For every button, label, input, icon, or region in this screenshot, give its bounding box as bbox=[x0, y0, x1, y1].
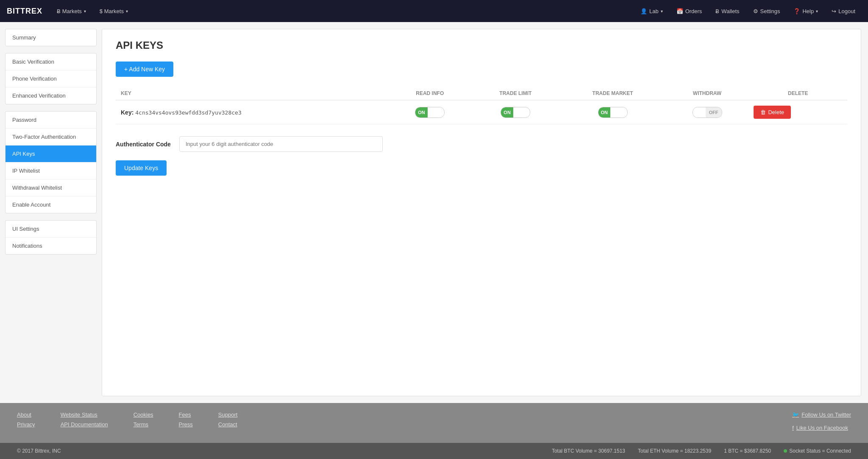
copyright: © 2017 Bittrex, INC bbox=[17, 448, 61, 454]
footer-col-support: Support Contact bbox=[218, 411, 238, 434]
withdraw-cell: OFF bbox=[666, 100, 749, 124]
read-info-cell: ON bbox=[388, 100, 471, 124]
delete-button[interactable]: 🗑 Delete bbox=[754, 106, 791, 119]
nav-logout[interactable]: ↪ Logout bbox=[826, 5, 861, 18]
help-icon: ❓ bbox=[793, 8, 800, 14]
table-header: KEY READ INFO TRADE LIMIT TRADE MARKET W… bbox=[116, 87, 847, 100]
footer-link-website-status[interactable]: Website Status bbox=[61, 411, 108, 418]
lab-icon: 👤 bbox=[640, 8, 647, 14]
sidebar: Summary Basic Verification Phone Verific… bbox=[0, 22, 102, 403]
nav-settings[interactable]: ⚙ Settings bbox=[747, 5, 786, 18]
footer-link-terms[interactable]: Terms bbox=[134, 421, 153, 428]
help-caret: ▾ bbox=[816, 9, 818, 14]
col-delete: DELETE bbox=[748, 87, 847, 100]
footer-col-about: About Privacy bbox=[17, 411, 35, 434]
add-new-key-button[interactable]: + Add New Key bbox=[116, 62, 173, 77]
socket-status: Socket Status = Connected bbox=[784, 448, 851, 454]
nav-help[interactable]: ❓ Help ▾ bbox=[787, 5, 824, 18]
btc-markets-caret: ▾ bbox=[84, 9, 86, 14]
footer-link-press[interactable]: Press bbox=[179, 421, 193, 428]
twitter-icon: 🐦 bbox=[792, 411, 799, 418]
footer-link-twitter[interactable]: 🐦 Follow Us on Twitter bbox=[792, 411, 851, 418]
sidebar-group-preferences: UI Settings Notifications bbox=[5, 220, 97, 255]
footer-link-cookies[interactable]: Cookies bbox=[134, 411, 153, 418]
auth-label: Authenticator Code bbox=[116, 141, 171, 148]
facebook-icon: f bbox=[792, 425, 794, 431]
footer-link-about[interactable]: About bbox=[17, 411, 35, 418]
sidebar-group-summary: Summary bbox=[5, 29, 97, 46]
sidebar-item-enable-account[interactable]: Enable Account bbox=[6, 196, 96, 213]
footer-link-fees[interactable]: Fees bbox=[179, 411, 193, 418]
sidebar-item-two-factor[interactable]: Two-Factor Authentication bbox=[6, 129, 96, 146]
wallets-icon: Ƀ bbox=[715, 8, 719, 14]
update-keys-button[interactable]: Update Keys bbox=[116, 160, 167, 176]
sidebar-item-phone-verification[interactable]: Phone Verification bbox=[6, 70, 96, 87]
withdraw-blank bbox=[693, 107, 706, 118]
trade-market-on-label: ON bbox=[598, 107, 611, 118]
trash-icon: 🗑 bbox=[760, 109, 766, 115]
key-label: Key: bbox=[121, 109, 134, 116]
btc-volume: Total BTC Volume = 30697.1513 bbox=[552, 448, 625, 454]
socket-status-dot bbox=[784, 449, 787, 453]
nav-lab[interactable]: 👤 Lab ▾ bbox=[634, 5, 669, 18]
brand-logo[interactable]: BITTREX bbox=[7, 7, 42, 16]
sidebar-group-verification: Basic Verification Phone Verification En… bbox=[5, 53, 97, 104]
sidebar-item-summary[interactable]: Summary bbox=[6, 29, 96, 46]
sidebar-item-basic-verification[interactable]: Basic Verification bbox=[6, 53, 96, 70]
api-keys-table: KEY READ INFO TRADE LIMIT TRADE MARKET W… bbox=[116, 87, 847, 124]
nav-orders[interactable]: 📅 Orders bbox=[670, 5, 708, 18]
withdraw-toggle-wrap: OFF bbox=[671, 107, 744, 118]
footer-link-privacy[interactable]: Privacy bbox=[17, 421, 35, 428]
sidebar-item-password[interactable]: Password bbox=[6, 112, 96, 129]
trade-market-toggle[interactable]: ON bbox=[598, 107, 628, 118]
nav-btc-markets[interactable]: Ƀ Markets ▾ bbox=[51, 5, 92, 18]
key-cell: Key: 4cns34vs4ovs93ewfdd3sd7yuv328ce3 bbox=[116, 100, 388, 124]
footer-col-fees: Fees Press bbox=[179, 411, 193, 434]
eth-volume: Total ETH Volume = 18223.2539 bbox=[638, 448, 711, 454]
sidebar-group-security: Password Two-Factor Authentication API K… bbox=[5, 111, 97, 213]
lab-caret: ▾ bbox=[661, 9, 663, 14]
delete-cell: 🗑 Delete bbox=[748, 100, 847, 124]
btc-price: 1 BTC = $3687.8250 bbox=[724, 448, 771, 454]
sidebar-item-notifications[interactable]: Notifications bbox=[6, 238, 96, 254]
footer-social: 🐦 Follow Us on Twitter f Like Us on Face… bbox=[792, 411, 851, 434]
table-body: Key: 4cns34vs4ovs93ewfdd3sd7yuv328ce3 ON bbox=[116, 100, 847, 124]
table-row: Key: 4cns34vs4ovs93ewfdd3sd7yuv328ce3 ON bbox=[116, 100, 847, 124]
footer-col-legal: Cookies Terms bbox=[134, 411, 153, 434]
read-info-off-label bbox=[428, 107, 445, 118]
withdraw-off-label: OFF bbox=[706, 107, 722, 118]
page-title: API KEYS bbox=[116, 39, 847, 51]
col-withdraw: WITHDRAW bbox=[666, 87, 749, 100]
navbar: BITTREX Ƀ Markets ▾ $ Markets ▾ 👤 Lab ▾ … bbox=[0, 0, 868, 22]
withdraw-toggle[interactable]: OFF bbox=[693, 107, 722, 118]
nav-wallets[interactable]: Ƀ Wallets bbox=[709, 5, 745, 18]
footer-link-support[interactable]: Support bbox=[218, 411, 238, 418]
trade-market-toggle-wrap: ON bbox=[565, 107, 661, 118]
trade-limit-toggle-wrap: ON bbox=[476, 107, 554, 118]
sidebar-item-withdrawal-whitelist[interactable]: Withdrawal Whitelist bbox=[6, 179, 96, 196]
footer-link-api-docs[interactable]: API Documentation bbox=[61, 421, 108, 428]
footer-stats: Total BTC Volume = 30697.1513 Total ETH … bbox=[552, 448, 851, 454]
trade-market-off-label bbox=[610, 107, 627, 118]
auth-input[interactable] bbox=[179, 136, 383, 152]
col-trade-limit: TRADE LIMIT bbox=[471, 87, 559, 100]
col-read-info: READ INFO bbox=[388, 87, 471, 100]
read-info-toggle-wrap: ON bbox=[393, 107, 466, 118]
col-trade-market: TRADE MARKET bbox=[560, 87, 666, 100]
nav-usd-markets[interactable]: $ Markets ▾ bbox=[94, 5, 134, 18]
sidebar-item-api-keys[interactable]: API Keys bbox=[6, 146, 96, 162]
col-key: KEY bbox=[116, 87, 388, 100]
sidebar-item-ui-settings[interactable]: UI Settings bbox=[6, 221, 96, 238]
key-value: 4cns34vs4ovs93ewfdd3sd7yuv328ce3 bbox=[135, 109, 241, 116]
read-info-toggle[interactable]: ON bbox=[415, 107, 445, 118]
trade-market-cell: ON bbox=[560, 100, 666, 124]
footer-link-contact[interactable]: Contact bbox=[218, 421, 238, 428]
logout-icon: ↪ bbox=[832, 8, 836, 14]
footer-link-facebook[interactable]: f Like Us on Facebook bbox=[792, 425, 851, 431]
trade-limit-toggle[interactable]: ON bbox=[501, 107, 530, 118]
sidebar-item-ip-whitelist[interactable]: IP Whitelist bbox=[6, 162, 96, 179]
sidebar-item-enhanced-verification[interactable]: Enhanced Verification bbox=[6, 87, 96, 104]
trade-limit-cell: ON bbox=[471, 100, 559, 124]
footer-bottom: © 2017 Bittrex, INC Total BTC Volume = 3… bbox=[0, 443, 868, 459]
footer-links: About Privacy Website Status API Documen… bbox=[0, 403, 868, 443]
